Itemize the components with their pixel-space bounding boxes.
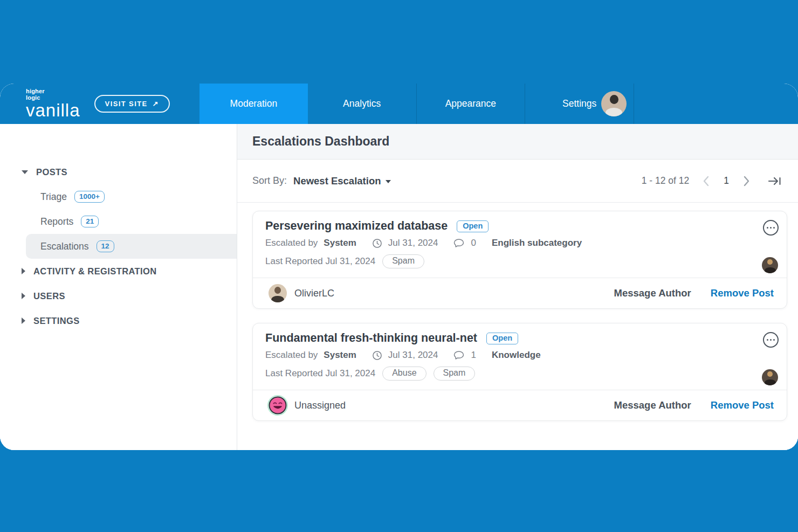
assignee-name: OlivierLC — [294, 288, 334, 299]
app-window: higher logic vanilla VISIT SITE ↗ Modera… — [0, 84, 798, 450]
escalation-title[interactable]: Fundamental fresh-thinking neural-net — [265, 331, 477, 345]
toolbar: Sort By: Newest Escalation 1 - 12 of 12 … — [237, 160, 798, 203]
smiley-face-icon — [269, 396, 287, 414]
escalated-by-label: Escalated by — [265, 238, 318, 248]
user-avatar[interactable] — [601, 91, 627, 116]
last-reported-label: Last Reported Jul 31, 2024 — [265, 368, 375, 379]
comment-icon — [453, 238, 465, 248]
sidebar-item-label: Triage — [40, 191, 67, 203]
card-options-button[interactable] — [763, 220, 779, 236]
sidebar-section-label: ACTIVITY & REGISTRATION — [33, 266, 157, 277]
sidebar-item-triage[interactable]: Triage 1000+ — [0, 184, 237, 209]
nav-tabs: Moderation Analytics Appearance Settings — [200, 84, 634, 124]
sort-dropdown[interactable]: Newest Escalation — [293, 175, 391, 187]
category-label[interactable]: Knowledge — [492, 350, 541, 361]
assignee-name: Unassigned — [294, 400, 346, 411]
vanilla-logo: higher logic vanilla — [26, 88, 80, 119]
pagination-prev-button[interactable] — [702, 175, 711, 187]
report-tag: Spam — [382, 254, 424, 268]
sort-by-label: Sort By: — [252, 175, 287, 186]
reporter-avatar[interactable] — [762, 257, 778, 273]
sidebar-section-label: SETTINGS — [33, 316, 80, 326]
caret-down-icon — [386, 180, 391, 183]
sidebar-section-activity-registration[interactable]: ACTIVITY & REGISTRATION — [0, 259, 237, 284]
tab-analytics[interactable]: Analytics — [308, 84, 417, 124]
escalation-date: Jul 31, 2024 — [388, 350, 438, 361]
page-title: Escalations Dashboard — [237, 124, 798, 160]
sidebar-section-users[interactable]: USERS — [0, 284, 237, 308]
escalation-list: Persevering maximized database Open Esca… — [237, 203, 798, 435]
sidebar-section-posts[interactable]: POSTS — [0, 160, 237, 184]
escalated-by-value: System — [324, 238, 356, 248]
chevron-right-icon — [22, 317, 25, 324]
chevron-down-icon — [22, 170, 28, 174]
escalation-card: Fundamental fresh-thinking neural-net Op… — [252, 323, 787, 421]
reports-count-badge: 21 — [81, 216, 99, 228]
chevron-right-icon — [22, 293, 25, 299]
card-options-button[interactable] — [763, 332, 779, 348]
sort-dropdown-value: Newest Escalation — [293, 175, 381, 187]
unassigned-smiley-avatar — [269, 396, 287, 414]
pagination-range: 1 - 12 of 12 — [642, 175, 690, 186]
escalated-by-value: System — [324, 350, 356, 361]
comment-count: 0 — [471, 238, 476, 248]
ellipsis-icon — [767, 227, 769, 229]
status-badge: Open — [457, 220, 489, 232]
sidebar-item-escalations[interactable]: Escalations 12 — [26, 234, 237, 259]
visit-site-label: VISIT SITE — [105, 100, 148, 108]
category-label[interactable]: English subcategory — [492, 238, 582, 248]
clock-icon — [372, 350, 382, 361]
triage-count-badge: 1000+ — [74, 191, 105, 203]
pagination-next-button[interactable] — [742, 175, 751, 187]
report-tag: Abuse — [382, 367, 426, 381]
sidebar: POSTS Triage 1000+ Reports 21 Escalation… — [0, 124, 237, 450]
tab-moderation[interactable]: Moderation — [200, 84, 308, 124]
arrow-to-end-icon — [768, 176, 782, 186]
escalation-card: Persevering maximized database Open Esca… — [252, 211, 787, 309]
message-author-button[interactable]: Message Author — [614, 287, 691, 299]
chevron-left-icon — [702, 175, 711, 187]
sidebar-item-reports[interactable]: Reports 21 — [0, 209, 237, 234]
visit-site-button[interactable]: VISIT SITE ↗ — [94, 95, 170, 113]
brand-zone: higher logic vanilla VISIT SITE ↗ — [0, 84, 200, 124]
comment-count: 1 — [471, 350, 476, 361]
sidebar-section-label: USERS — [33, 291, 65, 301]
remove-post-button[interactable]: Remove Post — [711, 399, 774, 411]
assignee-avatar — [269, 284, 287, 302]
reporter-avatar[interactable] — [762, 369, 778, 385]
assignee[interactable]: OlivierLC — [269, 284, 334, 302]
comment-icon — [453, 350, 465, 361]
remove-post-button[interactable]: Remove Post — [711, 287, 774, 299]
assignee[interactable]: Unassigned — [269, 396, 346, 414]
main-panel: Escalations Dashboard Sort By: Newest Es… — [237, 124, 798, 450]
ellipsis-icon — [767, 339, 769, 341]
clock-icon — [372, 238, 382, 248]
sidebar-item-label: Reports — [40, 216, 73, 227]
escalation-title[interactable]: Persevering maximized database — [265, 219, 448, 233]
chevron-right-icon — [22, 268, 25, 274]
status-badge: Open — [486, 333, 518, 344]
escalated-by-label: Escalated by — [265, 350, 318, 361]
tab-appearance[interactable]: Appearance — [417, 84, 526, 124]
report-tag: Spam — [434, 367, 476, 381]
logo-word-vanilla: vanilla — [26, 101, 80, 119]
pagination-last-page-button[interactable] — [768, 176, 782, 186]
pagination: 1 - 12 of 12 1 — [642, 175, 782, 187]
escalation-date: Jul 31, 2024 — [388, 238, 438, 248]
external-link-arrow-icon: ↗ — [153, 100, 159, 108]
sidebar-section-label: POSTS — [36, 167, 67, 177]
escalations-count-badge: 12 — [97, 240, 114, 253]
chevron-right-icon — [742, 175, 751, 187]
top-navigation-bar: higher logic vanilla VISIT SITE ↗ Modera… — [0, 84, 798, 124]
logo-word-higher: higher — [26, 88, 80, 95]
pagination-current-page: 1 — [724, 175, 729, 186]
sidebar-section-settings[interactable]: SETTINGS — [0, 308, 237, 333]
message-author-button[interactable]: Message Author — [614, 399, 691, 411]
sidebar-item-label: Escalations — [40, 241, 89, 252]
last-reported-label: Last Reported Jul 31, 2024 — [265, 256, 375, 267]
